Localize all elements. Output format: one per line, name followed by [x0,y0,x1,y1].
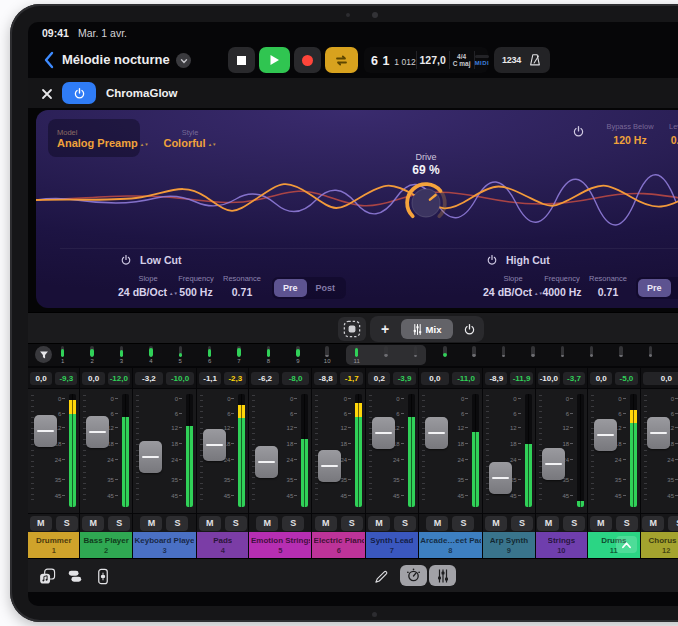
solo-button[interactable]: S [166,516,188,531]
solo-button[interactable]: S [56,516,78,531]
style-select[interactable]: Style Colorful▲▼ [154,119,226,157]
overview-track-slot[interactable]: 11 [342,344,371,364]
overview-track-slot[interactable] [636,344,665,364]
post-button[interactable]: Post [671,279,678,297]
volume-fader[interactable] [425,417,448,449]
overview-track-slot[interactable] [518,344,547,364]
overview-track-slot[interactable]: 9 [283,344,312,364]
plugins-power-button[interactable] [454,323,484,336]
track-name-tile[interactable]: Chorus V12 [641,532,678,558]
low-cut-resonance[interactable]: Resonance 0.71 [214,274,270,298]
model-select[interactable]: Model Analog Preamp▲▼ [48,119,140,157]
track-name-tile[interactable]: Emotion Strings5 [249,532,311,558]
track-name-tile[interactable]: Drums11 [588,532,639,558]
solo-button[interactable]: S [563,516,585,531]
post-button[interactable]: Post [307,279,345,297]
solo-button[interactable]: S [225,516,247,531]
mute-button[interactable]: M [485,516,507,531]
solo-button[interactable]: S [668,516,678,531]
overview-track-slot[interactable] [401,344,430,364]
count-in-button[interactable]: 1234 [502,55,521,65]
overview-track-slot[interactable] [577,344,606,364]
mute-button[interactable]: M [368,516,390,531]
project-menu-button[interactable] [176,53,191,68]
overview-track-slot[interactable]: 10 [313,344,342,364]
mute-button[interactable]: M [426,516,448,531]
track-name-tile[interactable]: Arp Synth9 [483,532,534,558]
solo-button[interactable]: S [108,516,130,531]
close-plugin-button[interactable] [38,85,56,103]
volume-fader[interactable] [489,462,512,494]
overview-track-slot[interactable]: 6 [195,344,224,364]
solo-button[interactable]: S [282,516,304,531]
track-name-tile[interactable]: Electric Piano6 [312,532,365,558]
volume-fader[interactable] [34,415,57,447]
overview-track-slot[interactable] [606,344,635,364]
track-name-tile[interactable]: Arcade…eet Pad8 [419,532,483,558]
mute-button[interactable]: M [199,516,221,531]
mute-button[interactable]: M [30,516,52,531]
track-name-tile[interactable]: Synth Lead7 [366,532,417,558]
overview-track-slot[interactable] [489,344,518,364]
high-cut-power-button[interactable] [486,254,498,266]
overview-track-slot[interactable]: 5 [166,344,195,364]
fader-view-button[interactable] [94,567,112,585]
mute-button[interactable]: M [315,516,337,531]
lcd-display[interactable]: 6 1 1 012 127,0 4/4C maj MIDI [364,47,488,73]
overview-track-slot[interactable]: 3 [107,344,136,364]
loop-browser-button[interactable] [38,567,56,585]
live-loops-cells-button[interactable] [66,567,84,585]
back-button[interactable] [38,49,58,71]
stop-button[interactable] [228,47,255,73]
mute-button[interactable]: M [590,516,612,531]
overview-track-slot[interactable]: 1 [48,344,77,364]
plugin-power-button[interactable] [62,82,96,104]
volume-fader[interactable] [203,429,226,461]
track-name-tile[interactable]: Strings10 [536,532,587,558]
solo-button[interactable]: S [511,516,533,531]
add-track-button[interactable]: + [370,317,400,341]
track-name-tile[interactable]: Drummer1 [28,532,79,558]
drive-knob[interactable] [403,180,449,226]
collapse-stack-button[interactable] [616,536,637,553]
pre-button[interactable]: Pre [638,279,671,297]
bypass-power-button[interactable] [572,125,585,138]
overview-track-slot[interactable]: 8 [254,344,283,364]
overview-track-slot[interactable] [371,344,400,364]
mute-button[interactable]: M [82,516,104,531]
solo-button[interactable]: S [341,516,363,531]
level-control[interactable]: Level 0.0 [648,122,678,146]
volume-fader[interactable] [86,416,109,448]
volume-fader[interactable] [318,450,341,482]
volume-fader[interactable] [372,417,395,449]
pre-button[interactable]: Pre [274,279,307,297]
metronome-icon[interactable] [528,53,542,67]
mute-button[interactable]: M [140,516,162,531]
mixer-button[interactable] [429,565,456,586]
edit-pencil-button[interactable] [372,567,390,585]
volume-fader[interactable] [647,417,670,449]
track-name-tile[interactable]: Pads4 [197,532,248,558]
overview-track-slot[interactable] [430,344,459,364]
track-name-tile[interactable]: Keyboard Player3 [133,532,196,558]
smart-controls-button[interactable] [400,565,427,586]
solo-button[interactable]: S [394,516,416,531]
volume-fader[interactable] [594,419,617,451]
overview-track-slot[interactable]: 7 [224,344,253,364]
volume-fader[interactable] [542,448,565,480]
volume-fader[interactable] [139,441,162,473]
overview-track-slot[interactable] [459,344,488,364]
track-overview-strip[interactable]: 1234567891011 [28,344,678,366]
mute-button[interactable]: M [256,516,278,531]
paste-region-button[interactable] [338,317,366,341]
overview-track-slot[interactable]: 2 [77,344,106,364]
high-cut-resonance[interactable]: Resonance 0.71 [580,274,636,298]
solo-button[interactable]: S [452,516,474,531]
play-button[interactable] [259,47,290,73]
volume-fader[interactable] [255,446,278,478]
mute-button[interactable]: M [642,516,664,531]
record-button[interactable] [294,47,321,73]
track-name-tile[interactable]: Bass Player2 [80,532,131,558]
project-title[interactable]: Mélodie nocturne [62,52,170,67]
low-cut-power-button[interactable] [120,254,132,266]
